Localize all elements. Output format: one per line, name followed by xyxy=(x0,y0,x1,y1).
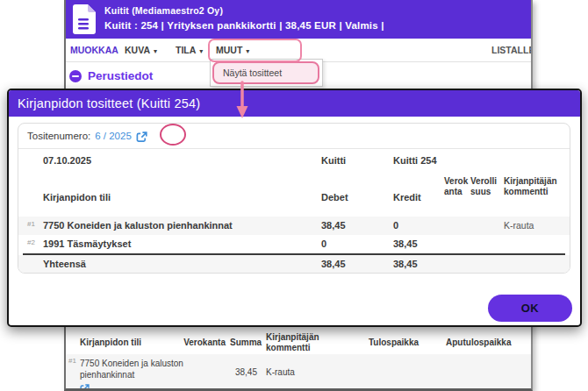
tositenumero-link[interactable]: 6 / 2025 xyxy=(95,131,132,141)
voucher-meta-row: 07.10.2025 Kuitti Kuitti 254 xyxy=(18,149,570,173)
account-cell: 7750 Koneiden ja kaluston pienhankinnat xyxy=(43,220,233,231)
tosite-card: Tositenumero: 6 / 2025 07.10.2025 Kuitti… xyxy=(18,123,570,274)
chevron-down-icon: ▾ xyxy=(199,47,203,55)
external-link-icon[interactable] xyxy=(136,131,147,142)
table-row: #1 7750 Koneiden ja kaluston pienhankinn… xyxy=(66,354,531,391)
row-index: #1 xyxy=(27,220,35,228)
kuitti-value: Kuitti 254 xyxy=(393,155,437,166)
column-header: Kirjanpidon tili xyxy=(80,338,141,347)
muut-dropdown-menu: Näytä tositteet xyxy=(210,59,323,87)
app-header: Kuitit (Mediamaestro2 Oy) Kuitit : 254 |… xyxy=(66,0,531,39)
chevron-down-icon: ▾ xyxy=(246,47,249,55)
chevron-down-icon: ▾ xyxy=(154,47,157,55)
account-cell: 7750 Koneiden ja kaluston pienhankinnat xyxy=(80,358,194,380)
receipt-status-line: Kuitit : 254 | Yrityksen pankkikortti | … xyxy=(104,20,384,31)
table-row: #1 7750 Koneiden ja kaluston pienhankinn… xyxy=(18,217,570,235)
voucher-table-header: Kirjanpidon tili Debet Kredit Verokanta … xyxy=(18,173,570,217)
total-label: Yhteensä xyxy=(43,259,86,269)
background-table-header: Kirjanpidon tili Verokanta Summa Kirjanp… xyxy=(66,327,531,354)
column-header: Tulospaikka xyxy=(369,338,419,347)
account-cell: 1991 Täsmäytykset xyxy=(43,238,131,249)
row-index: #1 xyxy=(68,357,76,365)
screen: Kuitit (Mediamaestro2 Oy) Kuitit : 254 |… xyxy=(0,0,588,391)
section-title: Perustiedot xyxy=(88,69,153,82)
collapse-minus-icon[interactable] xyxy=(69,70,82,82)
total-kredit: 38,45 xyxy=(393,259,418,269)
menu-muut-label: MUUT xyxy=(216,45,242,55)
row-index: #2 xyxy=(27,238,35,246)
column-header: Summa xyxy=(230,338,262,347)
menu-tila[interactable]: TILA▾ xyxy=(176,39,203,61)
menu-item-nayta-tositteet[interactable]: Näytä tositteet xyxy=(212,61,319,84)
ok-button[interactable]: OK xyxy=(488,295,572,322)
tositenumero-row: Tositenumero: 6 / 2025 xyxy=(18,124,570,149)
column-header: Debet xyxy=(321,192,348,203)
total-row: Yhteensä 38,45 38,45 xyxy=(18,255,570,274)
menu-kuva-label: KUVA xyxy=(125,45,150,55)
menu-muokkaa[interactable]: MUOKKAA xyxy=(70,39,118,61)
summa-cell: 38,45 xyxy=(224,367,257,377)
menu-kuva[interactable]: KUVA▾ xyxy=(125,39,157,61)
column-header: Kirjanpitäjän kommentti xyxy=(504,176,569,197)
column-header: Verollisuus xyxy=(470,176,500,197)
debet-cell: 38,45 xyxy=(321,220,346,231)
total-debet: 38,45 xyxy=(321,259,346,269)
external-link-icon[interactable] xyxy=(80,381,90,391)
table-row: #2 1991 Täsmäytykset 0 38,45 xyxy=(18,235,570,253)
menu-listalle[interactable]: LISTALLE xyxy=(491,39,533,61)
app-title: Kuitit (Mediamaestro2 Oy) xyxy=(104,5,223,16)
kredit-cell: 0 xyxy=(393,220,398,231)
column-header: Kredit xyxy=(393,192,421,203)
menu-tila-label: TILA xyxy=(176,45,196,55)
column-header: Kirjanpidon tili xyxy=(43,192,111,203)
column-header: Kirjanpitäjän kommentti xyxy=(266,332,338,353)
tositteet-modal: Kirjanpidon tositteet (Kuitti 254) Tosit… xyxy=(7,89,582,327)
kommentti-cell: K-rauta xyxy=(504,220,569,231)
column-header: Aputulospaikka xyxy=(446,338,511,347)
modal-title: Kirjanpidon tositteet (Kuitti 254) xyxy=(9,90,580,117)
voucher-date: 07.10.2025 xyxy=(43,155,91,166)
kredit-cell: 38,45 xyxy=(393,238,418,249)
debet-cell: 0 xyxy=(321,238,326,249)
tositenumero-label: Tositenumero: xyxy=(27,131,90,141)
kuitti-label: Kuitti xyxy=(321,155,346,166)
column-header: Verokanta xyxy=(444,176,469,197)
kommentti-cell: K-rauta xyxy=(266,367,295,377)
receipt-document-icon xyxy=(73,4,96,34)
column-header: Verokanta xyxy=(178,338,226,347)
